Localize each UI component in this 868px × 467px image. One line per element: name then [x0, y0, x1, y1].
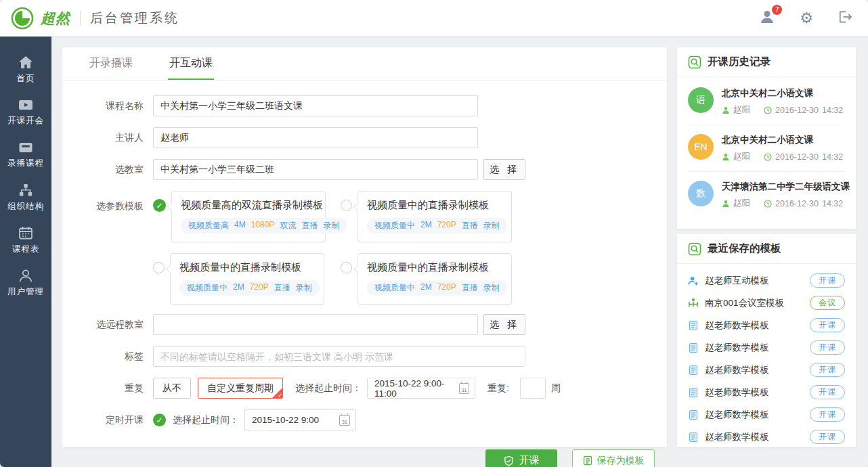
- app-header: 超然 后台管理系统 7 ⚙: [0, 0, 868, 37]
- clock-icon: [764, 200, 772, 208]
- template-list-item: 赵老师数学模板 开课: [688, 426, 845, 448]
- tab-recorded-course[interactable]: 开录播课: [88, 47, 134, 80]
- remote-classroom-input[interactable]: [153, 314, 478, 335]
- start-class-pill-button[interactable]: 开课: [810, 407, 845, 422]
- history-panel: 开课历史记录 语 北京中关村二小语文课 赵阳 2016-12-30 14:32: [677, 47, 856, 229]
- history-item[interactable]: 语 北京中关村二小语文课 赵阳 2016-12-30 14:32: [688, 79, 845, 125]
- template-radio[interactable]: [153, 262, 165, 273]
- template-list-item: 赵老师数学模板 开课: [688, 403, 845, 426]
- template-card-1[interactable]: 视频质量高的双流直播录制模板 视频质量高 4M 1080P 双流 直播 录制: [171, 191, 326, 242]
- repeat-row: 重复 从不 自定义重复周期 ✓ 选择起止时间： 2015-10-22 9:00-…: [87, 378, 667, 399]
- template-list-item: 赵老师数学模板 开课: [688, 336, 845, 359]
- sidebar-item-start-class[interactable]: 开课开会: [0, 91, 51, 134]
- lecturer-label: 主讲人: [87, 132, 144, 144]
- document-icon: [688, 320, 699, 331]
- history-item[interactable]: 数 天津塘沽第二中学二年级语文课 赵阳 2016-12-30 14:32: [688, 172, 845, 218]
- settings-gear-icon[interactable]: ⚙: [800, 11, 813, 26]
- sidebar-item-org-structure[interactable]: 组织结构: [0, 177, 51, 219]
- template-card-2[interactable]: 视频质量中的直播录制模板 视频质量中 2M 720P 直播 录制: [357, 191, 512, 242]
- lecturer-row: 主讲人: [87, 127, 667, 148]
- sidebar-item-user-management[interactable]: 用户管理: [0, 262, 51, 305]
- video-icon: [18, 99, 33, 111]
- templates-panel-title: 最近保存的模板: [708, 242, 781, 256]
- sidebar-nav: 首页 开课开会 录播课程 组织结构 课程表 用户管理: [0, 37, 51, 467]
- repeat-custom-button[interactable]: 自定义重复周期 ✓: [198, 378, 283, 399]
- remote-classroom-row: 选远程教室 选 择: [87, 314, 667, 335]
- start-class-pill-button[interactable]: 开课: [810, 363, 845, 377]
- param-template-row: 选参数模板 视频质量高的双流直播录制模板 视频质量高 4M 1080P 双流 直…: [87, 191, 667, 305]
- course-name-row: 课程名称: [87, 95, 667, 116]
- start-class-pill-button[interactable]: 开课: [810, 273, 845, 288]
- org-chart-icon: [18, 183, 33, 197]
- templates-search-icon: [688, 242, 701, 256]
- scheduled-check-icon[interactable]: [153, 414, 166, 426]
- classroom-row: 选教室 选 择: [87, 159, 667, 180]
- document-save-icon: [583, 455, 592, 466]
- lecturer-input[interactable]: [153, 127, 478, 148]
- calendar-icon: [339, 415, 350, 426]
- start-class-pill-button[interactable]: 开课: [810, 340, 845, 355]
- clock-icon: [764, 106, 772, 114]
- user-icon: [18, 269, 33, 282]
- tab-interactive-course[interactable]: 开互动课: [168, 47, 214, 80]
- repeat-never-button[interactable]: 从不: [153, 378, 191, 399]
- template-list-item: 赵老师数学模板 开课: [688, 381, 845, 403]
- remote-classroom-select-button[interactable]: 选 择: [483, 314, 525, 335]
- tags-input[interactable]: [153, 346, 525, 367]
- person-icon: [722, 106, 730, 114]
- brand-name: 超然: [41, 9, 70, 28]
- template-selected-check-icon[interactable]: [153, 199, 166, 212]
- start-class-pill-button[interactable]: 开课: [810, 318, 845, 332]
- history-item[interactable]: EN 北京中关村二小语文课 赵阳 2016-12-30 14:32: [688, 125, 845, 172]
- logout-icon[interactable]: [838, 10, 852, 26]
- history-meta: 赵阳 2016-12-30 14:32: [722, 104, 843, 116]
- sidebar-item-recorded-courses[interactable]: 录播课程: [0, 134, 51, 177]
- template-card-3[interactable]: 视频质量中的直播录制模板 视频质量中 2M 720P 直播 录制: [170, 253, 324, 305]
- templates-panel-header: 最近保存的模板: [677, 234, 856, 264]
- saved-templates-panel: 最近保存的模板 赵老师互动模板 开课 南京001会议室模板 会议 赵老师数学模板…: [677, 234, 856, 447]
- notifications-user-icon[interactable]: 7: [760, 9, 775, 26]
- repeat-label: 重复: [87, 382, 144, 395]
- template-radio[interactable]: [341, 262, 352, 273]
- history-search-icon: [688, 55, 701, 69]
- calendar-icon: [18, 226, 33, 240]
- repeat-count-label: 重复:: [487, 382, 509, 395]
- template-card-4[interactable]: 视频质量中的直播录制模板 视频质量中 2M 720P 直播 录制: [357, 253, 512, 305]
- template-radio[interactable]: [341, 200, 352, 211]
- template-list-item: 赵老师数学模板 开课: [688, 314, 845, 336]
- classroom-select-button[interactable]: 选 择: [483, 159, 525, 180]
- tags-row: 标签: [87, 346, 667, 367]
- start-class-pill-button[interactable]: 开课: [810, 430, 845, 444]
- repeat-count-input[interactable]: [520, 378, 546, 399]
- course-name-label: 课程名称: [87, 100, 144, 112]
- template-tags: 视频质量中 2M 720P 直播 录制: [367, 280, 507, 296]
- meeting-pill-button[interactable]: 会议: [810, 296, 845, 310]
- course-tabs: 开录播课 开互动课: [62, 47, 667, 81]
- classroom-input[interactable]: [153, 159, 478, 180]
- subject-badge: EN: [688, 134, 714, 160]
- course-name-input[interactable]: [153, 95, 478, 116]
- scheduled-time-label: 选择起止时间：: [173, 414, 239, 426]
- template-cell: 视频质量中的直播录制模板 视频质量中 2M 720P 直播 录制: [341, 191, 512, 242]
- start-class-button[interactable]: 开课: [485, 449, 557, 467]
- corner-check-icon: ✓: [278, 393, 282, 399]
- document-icon: [688, 432, 699, 443]
- document-icon: [688, 387, 699, 398]
- scheduled-time-picker[interactable]: 2015-10-22 9:00: [244, 409, 356, 430]
- save-as-template-button[interactable]: 保存为模板: [572, 449, 655, 467]
- template-tags: 视频质量中 2M 720P 直播 录制: [179, 280, 320, 296]
- start-class-pill-button[interactable]: 开课: [810, 385, 845, 399]
- scheduled-start-row: 定时开课 选择起止时间： 2015-10-22 9:00: [87, 409, 667, 430]
- app-window: 超然 后台管理系统 7 ⚙ 首页 开课开会 录播课程: [0, 0, 868, 467]
- document-icon: [688, 365, 699, 376]
- saved-templates-list: 赵老师互动模板 开课 南京001会议室模板 会议 赵老师数学模板 开课 赵老师数…: [677, 264, 856, 448]
- meeting-icon: [688, 298, 699, 309]
- history-meta: 赵阳 2016-12-30 14:32: [722, 198, 850, 209]
- repeat-time-picker[interactable]: 2015-10-22 9:00-11:00: [367, 378, 475, 399]
- classroom-label: 选教室: [87, 164, 144, 176]
- sidebar-item-timetable[interactable]: 课程表: [0, 219, 51, 262]
- sidebar-item-home[interactable]: 首页: [0, 49, 51, 91]
- subject-badge: 语: [688, 87, 714, 113]
- calendar-icon: [459, 383, 469, 394]
- tags-label: 标签: [87, 351, 144, 363]
